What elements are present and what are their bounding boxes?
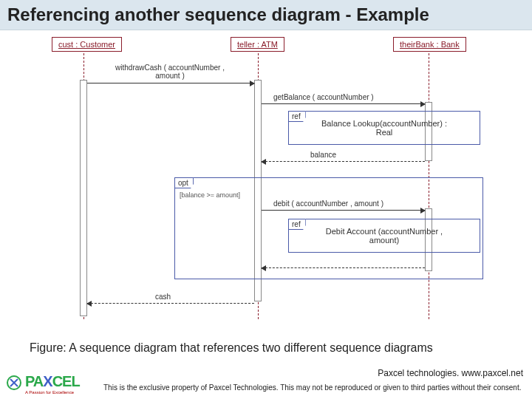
msg-balance: balance (310, 151, 336, 159)
msg-cash: cash (155, 293, 171, 301)
title-bar: Referencing another sequence diagram - E… (0, 0, 532, 30)
arrow-cash-return (87, 303, 254, 304)
lifeline-atm-head: teller : ATM (231, 37, 284, 52)
logo-tagline: A Passion for Excellence (25, 390, 80, 395)
logo-text: PAXCEL (25, 376, 80, 389)
slide-title: Referencing another sequence diagram - E… (7, 4, 525, 25)
arrow-withdraw (87, 83, 254, 83)
frame-opt-tab: opt (174, 177, 194, 188)
paxcel-logo: PAXCEL A Passion for Excellence (6, 373, 80, 395)
frame-ref-balance-lookup: ref Balance Lookup(accountNumber) : Real (288, 111, 480, 145)
footer-credit: Paxcel technologies. www.paxcel.net (378, 368, 523, 378)
arrow-debit (262, 210, 425, 211)
footer-disclaimer: This is the exclusive property of Paxcel… (103, 383, 523, 392)
arrow-debit-return (262, 267, 425, 268)
arrow-balance-return (262, 161, 425, 162)
slide: Referencing another sequence diagram - E… (0, 0, 532, 399)
logo-icon (6, 375, 22, 394)
figure-caption: Figure: A sequence diagram that referenc… (30, 341, 433, 355)
opt-guard: [balance >= amount] (180, 191, 240, 199)
footer: PAXCEL A Passion for Excellence Paxcel t… (0, 365, 532, 399)
frame-ref-debit-account: ref Debit Account (accountNumber , amoun… (288, 219, 480, 253)
msg-getbalance: getBalance ( accountNumber ) (273, 93, 374, 101)
msg-debit: debit ( accountNumber , amount ) (273, 200, 383, 208)
lifeline-bank-head: theirBank : Bank (393, 37, 466, 52)
sequence-diagram: cust : Customer teller : ATM theirBank :… (44, 37, 488, 332)
activation-customer (80, 80, 87, 316)
frame-ref1-body: Balance Lookup(accountNumber) : Real (289, 119, 480, 137)
frame-ref2-body: Debit Account (accountNumber , amount) (289, 227, 480, 245)
arrow-getbalance (262, 103, 425, 104)
lifeline-customer-head: cust : Customer (52, 37, 122, 52)
msg-withdraw: withdrawCash ( accountNumber , amount ) (96, 64, 244, 80)
